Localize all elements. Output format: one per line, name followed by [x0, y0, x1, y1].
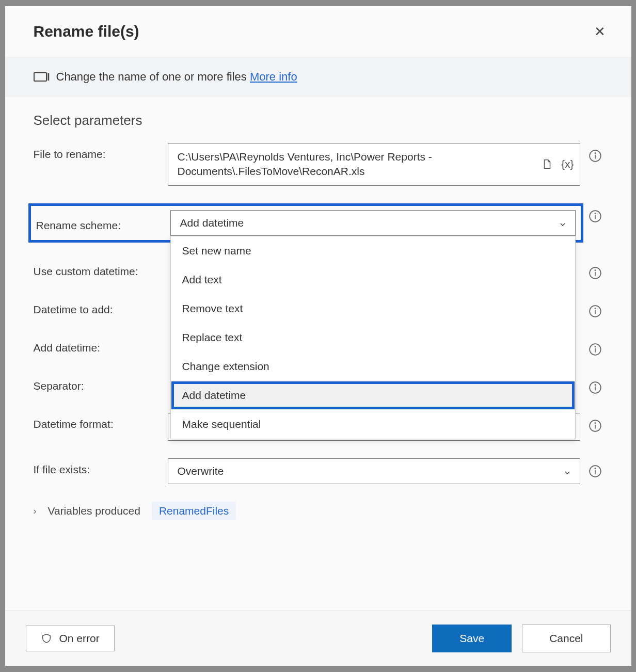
label-use-custom-datetime: Use custom datetime:	[34, 260, 168, 278]
info-icon[interactable]	[587, 148, 603, 164]
option-add-datetime[interactable]: Add datetime	[171, 381, 575, 410]
info-icon[interactable]	[587, 380, 603, 395]
svg-point-2	[595, 153, 595, 153]
svg-point-5	[595, 213, 595, 214]
save-button[interactable]: Save	[432, 625, 512, 652]
info-icon[interactable]	[587, 265, 603, 281]
option-make-sequential[interactable]: Make sequential	[171, 410, 575, 439]
label-datetime-format: Datetime format:	[34, 413, 168, 430]
svg-point-14	[595, 346, 595, 347]
more-info-link[interactable]: More info	[250, 70, 297, 83]
section-title: Select parameters	[34, 113, 603, 129]
info-icon[interactable]	[587, 463, 603, 479]
chevron-down-icon	[559, 219, 567, 227]
info-icon[interactable]	[587, 342, 603, 357]
variable-token-icon[interactable]: {x}	[561, 158, 574, 170]
field-rename-scheme: Rename scheme: Add datetime Set new name…	[34, 203, 603, 243]
on-error-button[interactable]: On error	[26, 626, 115, 651]
svg-point-8	[595, 270, 595, 270]
cancel-button[interactable]: Cancel	[522, 625, 610, 652]
rename-icon	[34, 72, 47, 82]
shield-icon	[41, 633, 52, 644]
dialog-title: Rename file(s)	[34, 23, 139, 40]
dialog-body: Select parameters File to rename: C:\Use…	[5, 97, 631, 611]
input-file-to-rename[interactable]: C:\Users\PA\Reynolds Ventures, Inc\Power…	[168, 143, 580, 186]
close-icon[interactable]: ✕	[589, 22, 611, 41]
rename-files-dialog: Rename file(s) ✕ Change the name of one …	[5, 6, 632, 666]
file-picker-icon[interactable]	[540, 157, 554, 171]
option-replace-text[interactable]: Replace text	[171, 323, 575, 352]
option-change-extension[interactable]: Change extension	[171, 352, 575, 381]
dialog-header: Rename file(s) ✕	[5, 6, 631, 57]
option-remove-text[interactable]: Remove text	[171, 294, 575, 323]
dropdown-rename-scheme: Set new name Add text Remove text Replac…	[170, 236, 576, 439]
svg-point-11	[595, 308, 595, 309]
field-if-file-exists: If file exists: Overwrite	[34, 458, 603, 484]
label-variables-produced: Variables produced	[48, 505, 140, 517]
info-icon[interactable]	[587, 209, 603, 224]
variable-renamed-files[interactable]: RenamedFiles	[152, 502, 236, 520]
label-datetime-to-add: Datetime to add:	[34, 298, 168, 316]
svg-point-17	[595, 385, 595, 385]
dialog-description-row: Change the name of one or more files Mor…	[5, 57, 631, 97]
select-if-file-exists[interactable]: Overwrite	[168, 458, 580, 484]
label-rename-scheme: Rename scheme:	[36, 214, 170, 232]
dialog-footer: On error Save Cancel	[5, 611, 631, 666]
svg-point-23	[595, 468, 595, 469]
option-add-text[interactable]: Add text	[171, 265, 575, 294]
label-separator: Separator:	[34, 375, 168, 392]
select-rename-scheme[interactable]: Add datetime	[170, 210, 576, 236]
info-icon[interactable]	[587, 418, 603, 434]
svg-point-20	[595, 423, 595, 423]
chevron-down-icon	[563, 467, 571, 475]
variables-produced-row[interactable]: › Variables produced RenamedFiles	[34, 502, 603, 520]
label-if-file-exists: If file exists:	[34, 458, 168, 476]
dialog-description: Change the name of one or more files Mor…	[56, 70, 297, 84]
label-file-to-rename: File to rename:	[34, 143, 168, 161]
field-file-to-rename: File to rename: C:\Users\PA\Reynolds Ven…	[34, 143, 603, 186]
info-icon[interactable]	[587, 303, 603, 319]
chevron-right-icon: ›	[34, 506, 37, 517]
label-add-datetime: Add datetime:	[34, 337, 168, 354]
option-set-new-name[interactable]: Set new name	[171, 236, 575, 265]
